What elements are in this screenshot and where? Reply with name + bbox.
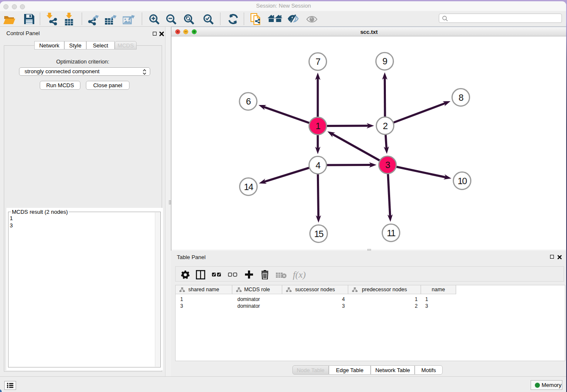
svg-text:14: 14 [244,182,253,192]
svg-text:7: 7 [316,57,320,67]
svg-text:1: 1 [316,121,320,131]
svg-text:8: 8 [459,93,464,103]
svg-text:6: 6 [246,97,251,107]
svg-text:2: 2 [383,121,388,131]
svg-text:4: 4 [316,160,321,171]
svg-text:3: 3 [385,160,391,170]
svg-text:15: 15 [314,229,324,239]
svg-text:11: 11 [387,228,395,238]
svg-text:9: 9 [383,56,387,66]
svg-text:10: 10 [458,176,467,186]
